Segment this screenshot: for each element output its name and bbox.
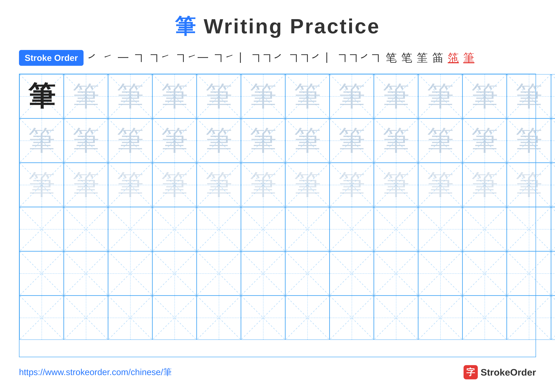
grid-cell: 筆 [418,118,462,163]
cell-char: 筆 [338,216,365,242]
cell-char: 筆 [73,304,99,331]
grid-cell: 筆 [64,251,108,296]
grid-cell: 筆 [152,118,197,163]
grid-row-4: 筆筆筆筆筆筆筆筆筆筆筆筆筆 [20,251,535,296]
svg-line-128 [551,252,555,295]
grid-cell: 筆 [197,296,241,340]
cell-char: 筆 [294,260,321,287]
cell-char: 筆 [73,171,99,198]
cell-char: 筆 [161,216,188,242]
footer: https://www.strokeorder.com/chinese/筆 字 … [19,365,536,379]
grid-cell: 筆 [551,118,555,163]
grid-cell: 筆 [285,296,329,340]
stroke-step-10: 笔 [386,52,397,64]
grid-cell: 筆 [374,74,418,118]
grid-cell: 筆 [374,296,418,340]
grid-cell: 筆 [418,163,462,207]
svg-line-103 [551,207,555,251]
stroke-step-15: 筆 [463,52,474,64]
cell-char: 筆 [471,127,498,154]
grid-cell: 筆 [462,74,507,118]
stroke-step-2: ㇐ [118,52,129,64]
cell-char: 筆 [294,83,321,110]
cell-char: 筆 [28,127,55,154]
cell-char: 筆 [383,260,409,287]
footer-brand: 字 StrokeOrder [464,365,536,379]
stroke-order-badge: Stroke Order [19,50,84,66]
cell-char: 筆 [205,260,232,287]
grid-cell: 筆 [329,251,374,296]
grid-cell: 筆 [108,74,152,118]
grid-cell: 筆 [20,118,64,163]
cell-char: 筆 [28,260,55,287]
svg-line-77 [551,163,555,207]
cell-char: 筆 [161,83,188,110]
svg-line-102 [551,207,555,251]
grid-cell: 筆 [551,207,555,251]
grid-cell: 筆 [108,251,152,296]
grid-cell: 筆 [551,74,555,118]
cell-char: 筆 [338,83,365,110]
cell-char: 筆 [161,260,188,287]
grid-cell: 筆 [241,74,285,118]
footer-url[interactable]: https://www.strokeorder.com/chinese/筆 [19,366,172,378]
cell-char: 筆 [205,171,232,198]
grid-cell: 筆 [241,207,285,251]
grid-cell: 筆 [462,163,507,207]
grid-cell: 筆 [462,118,507,163]
grid-cell: 筆 [285,163,329,207]
svg-line-51 [551,119,555,162]
stroke-step-5: ㇕㇀㇐ [175,52,209,64]
svg-line-25 [551,74,555,118]
grid-cell: 筆 [241,296,285,340]
cell-char: 筆 [294,216,321,242]
stroke-step-6: ㇕㇀㇑ [213,52,246,64]
cell-char: 筆 [205,83,232,110]
cell-char: 筆 [250,216,277,242]
stroke-sequence: ㇒㇀㇐㇕㇕㇀㇕㇀㇐㇕㇀㇑㇕㇕㇒㇕㇕㇒㇑㇕㇕㇒㇕笔笔筀筁筂筆 [87,52,536,64]
brand-name: StrokeOrder [481,367,536,378]
grid-cell: 筆 [285,74,329,118]
cell-char: 筆 [250,127,277,154]
grid-cell: 筆 [64,296,108,340]
cell-char: 筆 [73,83,99,110]
grid-cell: 筆 [64,207,108,251]
grid-cell: 筆 [418,207,462,251]
cell-char: 筆 [250,83,277,110]
svg-line-50 [551,119,555,162]
stroke-step-1: ㇀ [102,52,113,64]
cell-char: 筆 [161,304,188,331]
grid-cell: 筆 [64,118,108,163]
cell-char: 筆 [427,127,454,154]
grid-cell: 筆 [507,207,551,251]
cell-char: 筆 [294,127,321,154]
cell-char: 筆 [250,304,277,331]
cell-char: 筆 [471,304,498,331]
grid-cell: 筆 [152,207,197,251]
grid-cell: 筆 [152,163,197,207]
grid-cell: 筆 [152,251,197,296]
stroke-step-9: ㇕㇕㇒㇕ [337,52,381,64]
cell-char: 筆 [515,260,542,287]
grid-cell: 筆 [152,296,197,340]
cell-char: 筆 [73,216,99,242]
grid-cell: 筆 [462,296,507,340]
grid-cell: 筆 [507,74,551,118]
cell-char: 筆 [117,216,144,242]
grid-cell: 筆 [20,207,64,251]
grid-cell: 筆 [197,163,241,207]
svg-line-24 [551,74,555,118]
cell-char: 筆 [28,304,55,331]
cell-char: 筆 [28,83,55,110]
grid-cell: 筆 [152,74,197,118]
grid-cell: 筆 [241,163,285,207]
grid-cell: 筆 [20,74,64,118]
grid-cell: 筆 [197,207,241,251]
cell-char: 筆 [515,171,542,198]
stroke-step-7: ㇕㇕㇒ [251,52,284,64]
stroke-step-8: ㇕㇕㇒㇑ [288,52,333,64]
cell-char: 筆 [383,171,409,198]
grid-cell: 筆 [241,251,285,296]
stroke-step-14: 筂 [448,52,459,64]
cell-char: 筆 [427,171,454,198]
